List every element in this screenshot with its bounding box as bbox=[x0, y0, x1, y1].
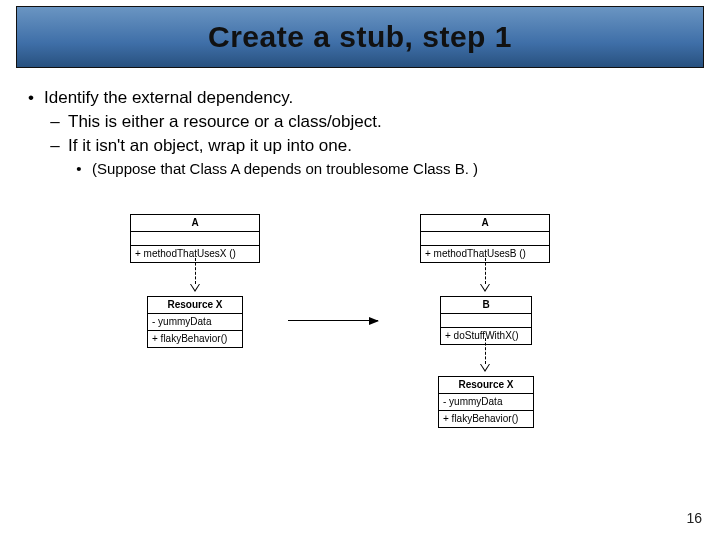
uml-class-name: Resource X bbox=[439, 377, 533, 394]
title-bar: Create a stub, step 1 bbox=[16, 6, 704, 68]
uml-field: - yummyData bbox=[148, 314, 242, 331]
bullet-level3: • (Suppose that Class A depends on troub… bbox=[20, 160, 700, 177]
bullet-text: (Suppose that Class A depends on trouble… bbox=[92, 160, 478, 177]
bullet-dash-icon: – bbox=[48, 136, 62, 156]
transform-arrow-icon bbox=[288, 320, 378, 321]
uml-class-name: A bbox=[421, 215, 549, 232]
uml-resource-x-right: Resource X - yummyData + flakyBehavior() bbox=[438, 376, 534, 428]
uml-method: + doStuffWithX() bbox=[441, 328, 531, 344]
bullet-dot-icon: • bbox=[72, 160, 86, 177]
uml-class-a-left: A + methodThatUsesX () bbox=[130, 214, 260, 263]
dependency-line-icon bbox=[485, 258, 486, 284]
diagram-area: A + methodThatUsesX () Resource X - yumm… bbox=[110, 208, 610, 478]
bullet-text: Identify the external dependency. bbox=[44, 88, 293, 108]
bullet-level1: • Identify the external dependency. bbox=[20, 88, 700, 108]
dependency-arrow-icon bbox=[190, 284, 200, 292]
content: • Identify the external dependency. – Th… bbox=[20, 88, 700, 181]
bullet-level2: – This is either a resource or a class/o… bbox=[20, 112, 700, 132]
dependency-line-icon bbox=[485, 338, 486, 364]
uml-field: - yummyData bbox=[439, 394, 533, 411]
bullet-level2: – If it isn't an object, wrap it up into… bbox=[20, 136, 700, 156]
uml-fields-empty bbox=[441, 314, 531, 328]
uml-class-a-right: A + methodThatUsesB () bbox=[420, 214, 550, 263]
dependency-arrow-icon bbox=[480, 364, 490, 372]
uml-resource-x-left: Resource X - yummyData + flakyBehavior() bbox=[147, 296, 243, 348]
uml-method: + flakyBehavior() bbox=[148, 331, 242, 347]
bullet-dot-icon: • bbox=[24, 88, 38, 108]
slide: Create a stub, step 1 • Identify the ext… bbox=[0, 0, 720, 540]
uml-method: + flakyBehavior() bbox=[439, 411, 533, 427]
uml-class-name: Resource X bbox=[148, 297, 242, 314]
dependency-line-icon bbox=[195, 258, 196, 284]
uml-fields-empty bbox=[421, 232, 549, 246]
slide-title: Create a stub, step 1 bbox=[208, 20, 512, 54]
bullet-text: If it isn't an object, wrap it up into o… bbox=[68, 136, 352, 156]
uml-class-name: A bbox=[131, 215, 259, 232]
uml-fields-empty bbox=[131, 232, 259, 246]
arrow-tip-icon bbox=[369, 317, 379, 325]
uml-class-name: B bbox=[441, 297, 531, 314]
bullet-dash-icon: – bbox=[48, 112, 62, 132]
page-number: 16 bbox=[686, 510, 702, 526]
uml-class-b: B + doStuffWithX() bbox=[440, 296, 532, 345]
dependency-arrow-icon bbox=[480, 284, 490, 292]
bullet-text: This is either a resource or a class/obj… bbox=[68, 112, 382, 132]
